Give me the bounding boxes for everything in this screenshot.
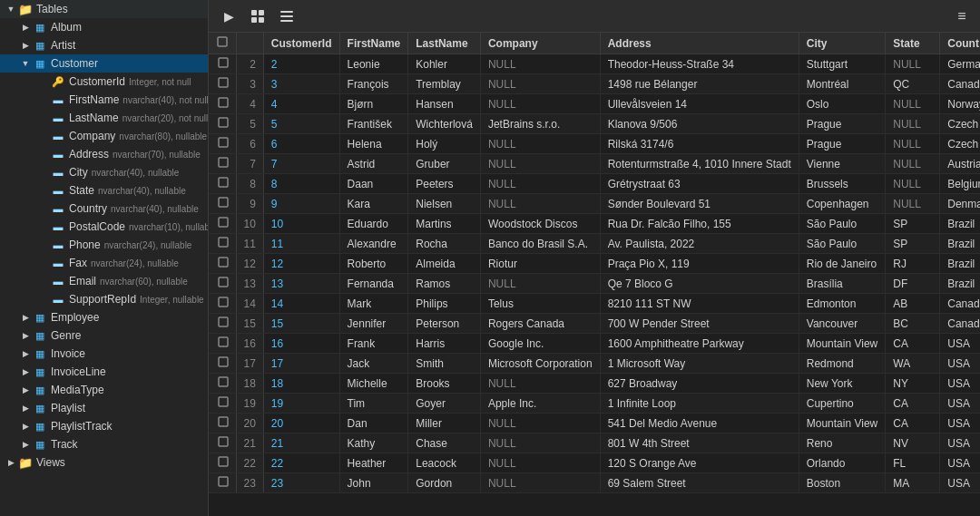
cell-address: 801 W 4th Street — [600, 433, 799, 453]
row-check[interactable] — [209, 134, 236, 154]
cell-customerid[interactable]: 17 — [263, 354, 339, 374]
cell-city: Rio de Janeiro — [799, 254, 886, 274]
cell-city: São Paulo — [799, 214, 886, 234]
col-icon-4: ▬ — [51, 147, 65, 161]
cell-customerid[interactable]: 2 — [263, 54, 339, 74]
col-header-customerid[interactable]: CustomerId — [263, 33, 339, 54]
row-check[interactable] — [209, 94, 236, 114]
sidebar-item-invoiceline[interactable]: ▶ ▦ InvoiceLine — [0, 363, 208, 381]
col-header-state[interactable]: State — [886, 33, 940, 54]
employee-label: Employee — [51, 311, 99, 324]
sidebar-item-artist[interactable]: ▶ ▦ Artist — [0, 36, 208, 54]
cell-customerid[interactable]: 9 — [263, 194, 339, 214]
row-check[interactable] — [209, 414, 236, 433]
sidebar-item-playlisttrack[interactable]: ▶ ▦ PlaylistTrack — [0, 417, 208, 435]
row-check[interactable] — [209, 254, 236, 274]
row-check[interactable] — [209, 354, 236, 374]
cell-customerid[interactable]: 11 — [263, 234, 339, 254]
cell-state: NULL — [886, 134, 940, 154]
cell-address: 627 Broadway — [600, 374, 799, 394]
cell-state: DF — [886, 274, 940, 294]
cell-lastname: Peeters — [408, 174, 481, 194]
sidebar-col-fax[interactable]: ▶ ▬ Fax nvarchar(24), nullable — [0, 254, 208, 272]
cell-customerid[interactable]: 18 — [263, 374, 339, 394]
sidebar-item-track[interactable]: ▶ ▦ Track — [0, 435, 208, 453]
row-check[interactable] — [209, 453, 236, 473]
row-check[interactable] — [209, 154, 236, 174]
sidebar-col-country[interactable]: ▶ ▬ Country nvarchar(40), nullable — [0, 200, 208, 218]
cell-customerid[interactable]: 5 — [263, 114, 339, 134]
cell-customerid[interactable]: 23 — [263, 473, 339, 493]
row-check[interactable] — [209, 394, 236, 414]
grid-view-btn[interactable] — [245, 5, 270, 27]
sidebar-item-mediatype[interactable]: ▶ ▦ MediaType — [0, 381, 208, 399]
row-check[interactable] — [209, 214, 236, 234]
svg-rect-20 — [219, 297, 228, 307]
sidebar-item-employee[interactable]: ▶ ▦ Employee — [0, 308, 208, 326]
col-header-city[interactable]: City — [799, 33, 886, 54]
cell-customerid[interactable]: 21 — [263, 433, 339, 453]
sidebar-col-supportrepid[interactable]: ▶ ▬ SupportRepId Integer, nullable — [0, 290, 208, 308]
sidebar-col-lastname[interactable]: ▶ ▬ LastName nvarchar(20), not null — [0, 109, 208, 127]
cell-customerid[interactable]: 20 — [263, 414, 339, 433]
list-view-btn[interactable] — [274, 5, 299, 27]
col-header-lastname[interactable]: LastName — [408, 33, 481, 54]
cell-customerid[interactable]: 8 — [263, 174, 339, 194]
data-table-area[interactable]: CustomerId FirstName LastName Company Ad… — [209, 33, 980, 516]
row-check[interactable] — [209, 294, 236, 314]
row-check[interactable] — [209, 334, 236, 354]
sidebar-item-views[interactable]: ▶ 📁 Views — [0, 453, 208, 472]
sidebar-col-postalcode[interactable]: ▶ ▬ PostalCode nvarchar(10), nullable — [0, 218, 208, 236]
cell-customerid[interactable]: 6 — [263, 134, 339, 154]
cell-customerid[interactable]: 16 — [263, 334, 339, 354]
lastname-label: LastName — [69, 112, 119, 124]
row-check[interactable] — [209, 314, 236, 334]
col-header-country[interactable]: Count — [940, 33, 980, 54]
cell-customerid[interactable]: 14 — [263, 294, 339, 314]
row-check[interactable] — [209, 234, 236, 254]
svg-rect-1 — [259, 10, 264, 15]
row-check[interactable] — [209, 473, 236, 493]
sidebar-item-customer[interactable]: ▼ ▦ Customer — [0, 54, 208, 73]
sidebar: ▼ 📁 Tables ▶ ▦ Album ▶ ▦ Artist ▼ ▦ Cust… — [0, 0, 209, 516]
sidebar-item-genre[interactable]: ▶ ▦ Genre — [0, 326, 208, 345]
cell-customerid[interactable]: 12 — [263, 254, 339, 274]
cell-lastname: Kohler — [408, 54, 481, 74]
col-header-address[interactable]: Address — [600, 33, 799, 54]
row-check[interactable] — [209, 274, 236, 294]
col-header-company[interactable]: Company — [480, 33, 600, 54]
cell-customerid[interactable]: 22 — [263, 453, 339, 473]
cell-country: USA — [940, 453, 980, 473]
sidebar-col-city[interactable]: ▶ ▬ City nvarchar(40), nullable — [0, 163, 208, 181]
cell-state: CA — [886, 394, 940, 414]
cell-customerid[interactable]: 4 — [263, 94, 339, 114]
svg-rect-18 — [219, 258, 228, 267]
row-check[interactable] — [209, 54, 236, 74]
cell-customerid[interactable]: 10 — [263, 214, 339, 234]
sidebar-col-firstname[interactable]: ▶ ▬ FirstName nvarchar(40), not null — [0, 91, 208, 109]
row-check[interactable] — [209, 74, 236, 94]
row-check[interactable] — [209, 374, 236, 394]
cell-customerid[interactable]: 13 — [263, 274, 339, 294]
row-check[interactable] — [209, 194, 236, 214]
cell-customerid[interactable]: 3 — [263, 74, 339, 94]
sidebar-item-album[interactable]: ▶ ▦ Album — [0, 18, 208, 36]
sidebar-item-invoice[interactable]: ▶ ▦ Invoice — [0, 345, 208, 363]
sidebar-item-playlist[interactable]: ▶ ▦ Playlist — [0, 399, 208, 417]
expand-btn[interactable]: ▶ — [216, 5, 241, 27]
row-check[interactable] — [209, 433, 236, 453]
col-header-firstname[interactable]: FirstName — [339, 33, 408, 54]
sidebar-col-phone[interactable]: ▶ ▬ Phone nvarchar(24), nullable — [0, 236, 208, 254]
cell-customerid[interactable]: 7 — [263, 154, 339, 174]
sidebar-col-address[interactable]: ▶ ▬ Address nvarchar(70), nullable — [0, 145, 208, 163]
menu-btn[interactable]: ≡ — [951, 5, 973, 27]
sidebar-item-tables[interactable]: ▼ 📁 Tables — [0, 0, 208, 18]
cell-customerid[interactable]: 19 — [263, 394, 339, 414]
row-check[interactable] — [209, 114, 236, 134]
sidebar-col-customerid[interactable]: ▶ 🔑 CustomerId Integer, not null — [0, 73, 208, 91]
row-check[interactable] — [209, 174, 236, 194]
sidebar-col-state[interactable]: ▶ ▬ State nvarchar(40), nullable — [0, 181, 208, 200]
cell-customerid[interactable]: 15 — [263, 314, 339, 334]
sidebar-col-company[interactable]: ▶ ▬ Company nvarchar(80), nullable — [0, 127, 208, 145]
sidebar-col-email[interactable]: ▶ ▬ Email nvarchar(60), nullable — [0, 272, 208, 290]
